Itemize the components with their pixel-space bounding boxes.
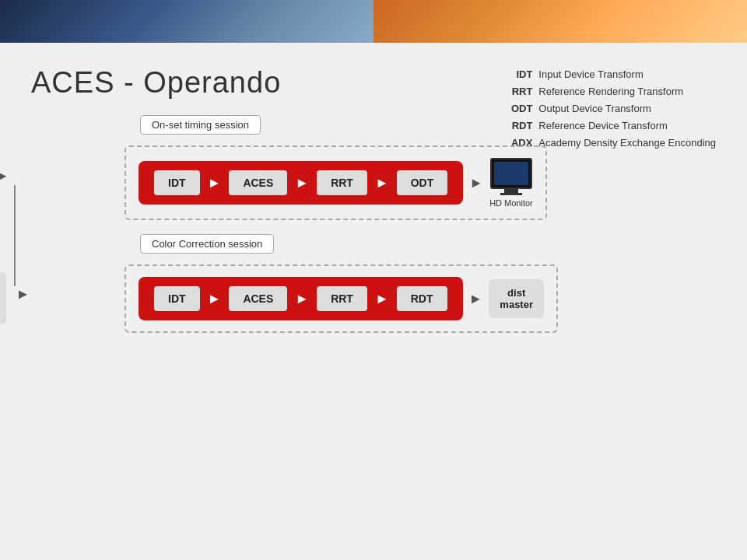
bottom-pipeline-bar: IDT ► ACES ► RRT ► RDT <box>139 277 463 320</box>
top-arrow-3: ► <box>375 175 389 191</box>
top-arrow-2: ► <box>295 175 309 191</box>
top-rrt: RRT <box>317 170 367 195</box>
legend-val-rrt: Reference Rendering Transform <box>538 83 683 100</box>
top-banner <box>0 0 747 43</box>
bottom-rrt: RRT <box>317 286 367 311</box>
camera-arrow: ► <box>0 168 9 184</box>
legend-key-idt: IDT <box>503 66 532 83</box>
bottom-arrow-out: ► <box>469 291 483 307</box>
bottom-arrow-1: ► <box>208 291 222 307</box>
legend-item-idt: IDT Input Device Transform <box>503 66 716 83</box>
top-arrow-out: ► <box>469 175 483 191</box>
main-content: ACES - Operando IDT Input Device Transfo… <box>0 43 747 356</box>
monitor-base <box>500 193 522 195</box>
dist-master-box: distmaster <box>489 279 544 318</box>
legend-key-rrt: RRT <box>503 83 532 100</box>
bottom-session-label: Color Correction session <box>140 234 274 254</box>
bottom-arrow-2: ► <box>295 291 309 307</box>
hd-monitor-label: HD Monitor <box>489 198 533 208</box>
bottom-rdt: RDT <box>397 286 447 311</box>
top-session-label: On-set timing session <box>140 115 261 135</box>
fullrange-arrow: ► <box>16 286 30 303</box>
top-aces: ACES <box>229 170 287 195</box>
diagram: On-set timing session IDT ► ACES ► RRT ►… <box>31 115 716 333</box>
bottom-aces: ACES <box>229 286 287 311</box>
monitor-screen <box>490 158 532 189</box>
bottom-session: Color Correction session IDT ► ACES ► RR… <box>124 234 716 333</box>
top-pipeline-bar: IDT ► ACES ► RRT ► ODT <box>139 161 463 205</box>
legend-item-rrt: RRT Reference Rendering Transform <box>503 83 716 100</box>
bottom-idt: IDT <box>154 286 200 311</box>
bottom-arrow-3: ► <box>375 291 389 307</box>
top-odt: ODT <box>397 170 448 195</box>
vertical-connector <box>14 185 16 286</box>
banner-left <box>0 0 374 43</box>
legend-val-idt: Input Device Transform <box>538 66 643 83</box>
banner-right <box>374 0 747 43</box>
hd-monitor: HD Monitor <box>489 158 533 208</box>
bottom-session-dashed: IDT ► ACES ► RRT ► RDT ► distmaster <box>124 264 558 333</box>
top-session-dashed: IDT ► ACES ► RRT ► ODT ► <box>124 145 547 220</box>
top-session: On-set timing session IDT ► ACES ► RRT ►… <box>124 115 716 220</box>
both-rows: On-set timing session IDT ► ACES ► RRT ►… <box>31 115 716 333</box>
fullrange-source: Full-range raw digital acquisition ► <box>0 272 6 324</box>
top-idt: IDT <box>154 170 200 195</box>
top-arrow-1: ► <box>208 175 222 191</box>
